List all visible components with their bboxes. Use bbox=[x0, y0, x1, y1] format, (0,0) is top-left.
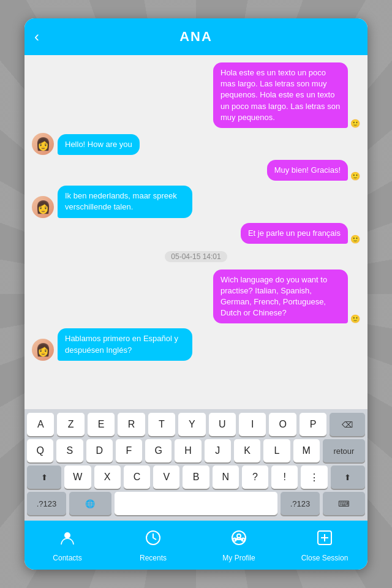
key-f[interactable]: F bbox=[116, 439, 142, 462]
bubble-5: Et je parle un peu français bbox=[241, 223, 348, 244]
key-b[interactable]: B bbox=[183, 466, 209, 489]
closesession-icon bbox=[315, 529, 334, 551]
key-l[interactable]: L bbox=[263, 439, 290, 462]
key-i[interactable]: I bbox=[239, 413, 266, 436]
key-y[interactable]: Y bbox=[178, 413, 205, 436]
message-row-1: Hola este es un texto un poco mas largo.… bbox=[32, 62, 360, 128]
chat-header: ‹ ANA bbox=[24, 18, 368, 55]
keyboard-dismiss-key[interactable]: ⌨ bbox=[323, 492, 365, 515]
tab-myprofile[interactable]: My Profile bbox=[196, 529, 282, 562]
read-indicator: 🙂 bbox=[350, 172, 360, 181]
avatar: 👩 bbox=[32, 196, 54, 218]
read-indicator: 🙂 bbox=[350, 314, 360, 323]
num-key-left[interactable]: .?123 bbox=[27, 492, 66, 515]
chat-title: ANA bbox=[179, 29, 213, 45]
message-row-2: 👩Hello! How are you bbox=[32, 133, 360, 155]
key-q[interactable]: Q bbox=[27, 439, 53, 462]
key-p[interactable]: P bbox=[300, 413, 326, 436]
key-o[interactable]: O bbox=[269, 413, 296, 436]
timestamp: 05-04-15 14:01 bbox=[165, 251, 227, 262]
bubble-4: Ik ben nederlands, maar spreek verschill… bbox=[58, 186, 192, 217]
tab-recents[interactable]: Recents bbox=[110, 529, 196, 562]
bubble-7: Wich language do you want to practise? I… bbox=[213, 270, 348, 324]
myprofile-label: My Profile bbox=[222, 554, 255, 562]
num-key-right[interactable]: .?123 bbox=[281, 492, 320, 515]
delete-key[interactable]: ⌫ bbox=[330, 413, 365, 436]
key-c[interactable]: C bbox=[124, 466, 150, 489]
message-row-5: Et je parle un peu français🙂 bbox=[32, 223, 360, 244]
key-j[interactable]: J bbox=[205, 439, 231, 462]
globe-key[interactable]: 🌐 bbox=[69, 492, 111, 515]
key-n[interactable]: N bbox=[213, 466, 239, 489]
key-e[interactable]: E bbox=[88, 413, 115, 436]
key-colon[interactable]: ⋮ bbox=[301, 466, 327, 489]
key-w[interactable]: W bbox=[64, 466, 91, 489]
tab-closesession[interactable]: Close Session bbox=[282, 529, 368, 562]
key-r[interactable]: R bbox=[118, 413, 145, 436]
bubble-8: Hablamos primero en Español y despuésen … bbox=[58, 328, 192, 360]
message-row-4: 👩Ik ben nederlands, maar spreek verschil… bbox=[32, 186, 360, 217]
recents-icon bbox=[144, 529, 162, 551]
key-u[interactable]: U bbox=[209, 413, 236, 436]
svg-point-3 bbox=[237, 534, 241, 538]
keyboard-bottom-row: .?123 🌐 .?123 ⌨ bbox=[27, 492, 365, 515]
key-s[interactable]: S bbox=[56, 439, 83, 462]
bubble-3: Muy bien! Gracias! bbox=[267, 160, 348, 181]
key-question[interactable]: ? bbox=[242, 466, 268, 489]
keyboard-row-3: ⬆ W X C V B N ? ! ⋮ ⬆ bbox=[27, 466, 365, 489]
contacts-icon bbox=[58, 529, 77, 551]
key-m[interactable]: M bbox=[293, 439, 320, 462]
bubble-1: Hola este es un texto un poco mas largo.… bbox=[213, 62, 348, 128]
myprofile-icon bbox=[230, 529, 248, 551]
phone-frame: ‹ ANA Hola este es un texto un poco mas … bbox=[24, 18, 368, 570]
svg-point-0 bbox=[64, 532, 70, 538]
avatar: 👩 bbox=[32, 339, 54, 361]
shift-key-right[interactable]: ⬆ bbox=[331, 466, 365, 489]
avatar: 👩 bbox=[32, 133, 54, 155]
chat-area: Hola este es un texto un poco mas largo.… bbox=[24, 55, 368, 409]
keyboard-row-1: A Z E R T Y U I O P ⌫ bbox=[27, 413, 365, 436]
recents-label: Recents bbox=[140, 554, 167, 562]
shift-key[interactable]: ⬆ bbox=[27, 466, 61, 489]
message-row-3: Muy bien! Gracias!🙂 bbox=[32, 160, 360, 181]
contacts-label: Contacts bbox=[53, 554, 81, 562]
back-button[interactable]: ‹ bbox=[34, 28, 39, 45]
key-k[interactable]: K bbox=[234, 439, 260, 462]
bubble-2: Hello! How are you bbox=[58, 134, 140, 155]
return-key[interactable]: retour bbox=[323, 439, 365, 462]
message-row-8: 👩Hablamos primero en Español y despuésen… bbox=[32, 328, 360, 360]
key-t[interactable]: T bbox=[148, 413, 175, 436]
space-bar[interactable] bbox=[115, 492, 277, 515]
key-v[interactable]: V bbox=[153, 466, 179, 489]
read-indicator: 🙂 bbox=[350, 119, 360, 128]
tab-contacts[interactable]: Contacts bbox=[24, 529, 110, 562]
key-x[interactable]: X bbox=[94, 466, 121, 489]
key-g[interactable]: G bbox=[145, 439, 172, 462]
key-a[interactable]: A bbox=[27, 413, 54, 436]
message-row-7: Wich language do you want to practise? I… bbox=[32, 270, 360, 324]
tab-bar: Contacts Recents bbox=[24, 521, 368, 570]
keyboard[interactable]: A Z E R T Y U I O P ⌫ Q S D F G H J K L … bbox=[24, 409, 368, 521]
key-d[interactable]: D bbox=[86, 439, 113, 462]
keyboard-row-2: Q S D F G H J K L M retour bbox=[27, 439, 365, 462]
key-z[interactable]: Z bbox=[57, 413, 84, 436]
key-h[interactable]: H bbox=[175, 439, 201, 462]
closesession-label: Close Session bbox=[301, 554, 349, 562]
read-indicator: 🙂 bbox=[350, 235, 360, 244]
key-exclaim[interactable]: ! bbox=[271, 466, 298, 489]
